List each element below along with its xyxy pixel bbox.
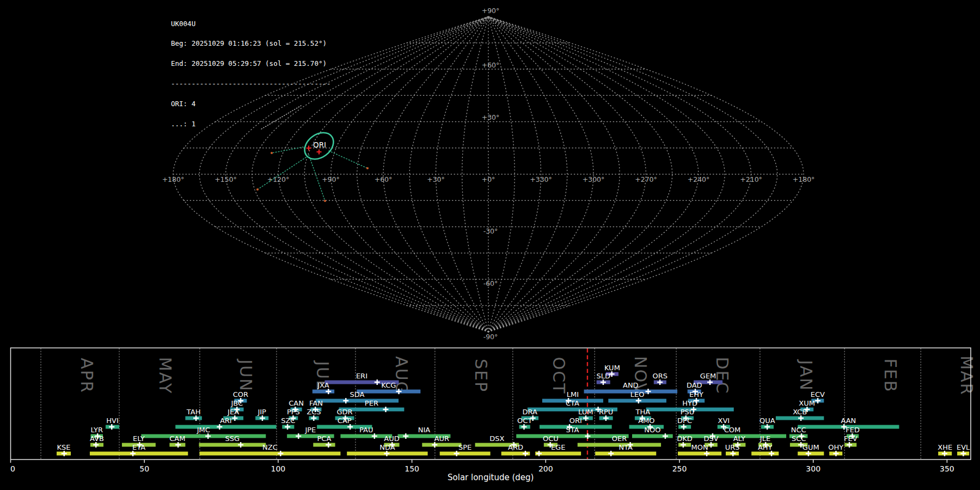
map-latitude-label: -30° [483,227,498,235]
shower-bar-ARI [175,425,276,429]
radiant-meteor-marker [307,146,311,151]
shower-bar-PCA [313,443,335,447]
month-label: NOV [631,356,650,395]
x-axis-title: Solar longitude (deg) [448,473,534,482]
shower-label-SSG: SSG [225,434,240,443]
shower-label-NOO: NOO [644,426,660,434]
x-axis-tick-label: 150 [405,464,419,473]
shower-label-SZC: SZC [281,416,295,425]
map-longitude-label: +180° [162,175,185,183]
shower-label-AHY: AHY [758,443,773,451]
shower-label-CAN: CAN [289,399,304,407]
shower-label-JPE: JPE [304,426,316,434]
x-axis-tick-label: 200 [538,464,553,473]
shower-label-LYR: LYR [90,426,103,434]
shower-label-NDA: NDA [379,443,395,451]
map-longitude-label: +30° [427,175,445,183]
begin-time-line: Beg: 20251029 01:16:23 (sol = 215.52°) [171,40,331,47]
shower-label-RPU: RPU [599,408,613,416]
map-latitude-label: +90° [482,7,500,15]
shower-label-GUM: GUM [803,443,819,451]
shower-timeline-chart: APRMAYJUNJULAUGSEPOCTNOVDECJANFEBMARKUME… [10,348,976,482]
shower-label-LMI: LMI [567,390,579,399]
shower-label-ARD: ARD [508,443,523,451]
shower-label-DSX: DSX [489,434,504,443]
map-longitude-label: +180° [793,175,815,183]
shower-label-XUM: XUM [799,399,815,407]
map-longitude-label: +60° [375,175,393,183]
map-latitude-label: +60° [482,61,500,69]
meteor-trail-endpoint [324,200,326,202]
shower-label-ORI: ORI [569,416,582,425]
shower-label-XVI: XVI [718,416,730,425]
map-latitude-label: +30° [482,113,500,121]
shower-label-JIP: JIP [257,408,266,416]
meteor-trail-endpoint [256,188,259,191]
shower-label-PAU: PAU [359,426,373,434]
month-label: FEB [881,359,900,393]
map-longitude-label: +240° [688,175,710,183]
shower-label-KUM: KUM [604,364,620,372]
shower-label-AMO: AMO [638,416,654,425]
shower-label-LEO: LEO [630,390,645,399]
shower-label-NCC: NCC [791,426,806,434]
shower-bar-MON [678,452,721,456]
shower-label-ZCS: ZCS [307,408,321,416]
shower-label-SPE: SPE [458,443,471,451]
meteor-trail [329,151,367,168]
shower-label-ETA: ETA [132,443,145,451]
shower-label-FEV: FEV [844,434,857,443]
shower-label-DAD: DAD [687,381,702,389]
month-label: MAY [156,357,175,394]
map-longitude-label: +210° [740,175,762,183]
shower-label-LUM: LUM [578,408,593,416]
shower-label-JXA: JXA [317,381,329,389]
shower-label-GDR: GDR [336,408,352,416]
shower-label-ELY: ELY [133,434,145,443]
shower-label-AVB: AVB [90,434,104,443]
shower-label-ARI: ARI [220,416,232,425]
x-axis-tick-label: 300 [806,464,820,473]
shower-label-OCT: OCT [517,416,532,425]
shower-label-NZC: NZC [262,443,278,451]
shower-label-HYD: HYD [682,399,697,407]
shower-label-OCU: OCU [543,434,559,443]
map-longitude-label: +90° [322,175,340,183]
station-id: UK004U [171,21,331,27]
shower-count-ori: ORI: 4 [171,101,331,107]
shower-count-unclassified: ...: 1 [171,121,331,127]
shower-label-DPC: DPC [677,416,692,425]
x-axis-tick-label: 50 [139,464,149,473]
shower-label-OHY: OHY [828,443,843,451]
shower-bar-JMC [141,434,266,438]
shower-label-COR: COR [233,390,248,399]
month-label: JAN [797,359,816,391]
shower-label-QUA: QUA [759,416,775,425]
end-time-line: End: 20251029 05:29:57 (sol = 215.70°) [171,60,331,67]
radiant-meteor-marker [317,150,322,155]
shower-label-PCA: PCA [317,434,332,443]
shower-label-KSE: KSE [57,443,71,451]
shower-label-ERI: ERI [356,372,367,380]
map-longitude-label: +150° [215,175,237,183]
shower-label-CTA: CTA [566,399,579,407]
shower-label-DRA: DRA [523,408,538,416]
shower-label-TAH: TAH [186,408,201,416]
shower-label-ECV: ECV [811,390,825,399]
month-label: JUN [236,358,255,391]
radiant-code-label: ORI [313,140,326,149]
meteor-trail-endpoint [271,152,273,154]
screenshot-root: +180°+150°+120°+90°+60°+30°+0°+330°+300°… [0,0,980,490]
shower-label-DKD: DKD [677,434,693,443]
shower-label-ORS: ORS [653,372,668,380]
separator-line: --------------------------------------- [171,81,331,87]
shower-label-AUR: AUR [434,434,449,443]
shower-label-SCC: SCC [792,434,806,443]
shower-label-PPS: PPS [287,408,300,416]
shower-label-AND: AND [623,381,639,389]
shower-label-AUD: AUD [384,434,399,443]
shower-label-OER: OER [612,434,627,443]
shower-label-THA: THA [635,408,651,416]
shower-label-FAN: FAN [309,399,323,407]
shower-label-URS: URS [725,443,740,451]
